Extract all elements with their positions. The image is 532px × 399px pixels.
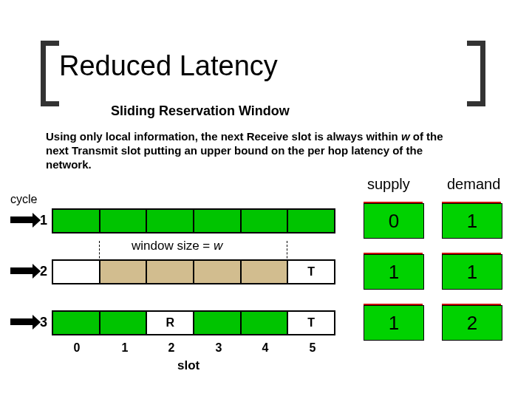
bar-cell [100, 210, 148, 232]
cycle-1-label: 1 [40, 213, 47, 228]
bracket-right [467, 41, 485, 106]
bar-cell [100, 261, 148, 283]
description-text: Using only local information, the next R… [46, 130, 456, 171]
page-title: Reduced Latency [59, 50, 278, 82]
demand-header: demand [447, 176, 500, 193]
bar-cell-t: T [288, 261, 334, 283]
cycle-3-label: 3 [40, 315, 47, 330]
cycle-2-bar: T [52, 259, 335, 284]
slot-tick: 1 [117, 341, 132, 355]
bar-cell [147, 210, 194, 232]
para-text-1: Using only local information, the next R… [46, 130, 401, 143]
bar-cell [53, 210, 100, 232]
window-size-prefix: window size = [132, 239, 214, 253]
supply-cell: 1 [364, 305, 424, 341]
bar-cell [194, 210, 242, 232]
bar-cell [242, 210, 289, 232]
demand-cell: 2 [442, 305, 502, 341]
bar-cell [53, 312, 100, 334]
bar-cell [100, 312, 148, 334]
slot-tick: 2 [164, 341, 179, 355]
slot-tick: 4 [258, 341, 273, 355]
bar-cell [288, 210, 334, 232]
supply-cell: 0 [364, 203, 424, 239]
bar-cell [194, 261, 242, 283]
supply-header: supply [367, 176, 410, 193]
demand-cell: 1 [442, 203, 502, 239]
demand-cell: 1 [442, 254, 502, 290]
supply-cell: 1 [364, 254, 424, 290]
window-size-label: window size = w [132, 239, 222, 253]
arrow-icon [10, 216, 34, 223]
bar-cell [242, 261, 289, 283]
bar-cell-t: T [288, 312, 334, 334]
bar-cell [53, 261, 100, 283]
slot-tick: 5 [305, 341, 320, 355]
cycle-3-bar: R T [52, 310, 335, 335]
window-size-w: w [214, 239, 222, 253]
arrow-icon [10, 318, 34, 325]
bar-cell [242, 312, 289, 334]
cycle-label: cycle [10, 193, 37, 206]
slot-tick: 3 [211, 341, 226, 355]
page-subtitle: Sliding Reservation Window [111, 103, 290, 119]
cycle-2-label: 2 [40, 264, 47, 279]
slot-tick: 0 [69, 341, 84, 355]
para-italic-w: w [401, 130, 410, 143]
arrow-icon [10, 267, 34, 274]
bracket-left [41, 41, 59, 106]
slot-axis-label: slot [177, 358, 200, 373]
bar-cell [147, 261, 194, 283]
bar-cell [194, 312, 242, 334]
cycle-1-bar [52, 208, 335, 233]
bar-cell-r: R [147, 312, 194, 334]
